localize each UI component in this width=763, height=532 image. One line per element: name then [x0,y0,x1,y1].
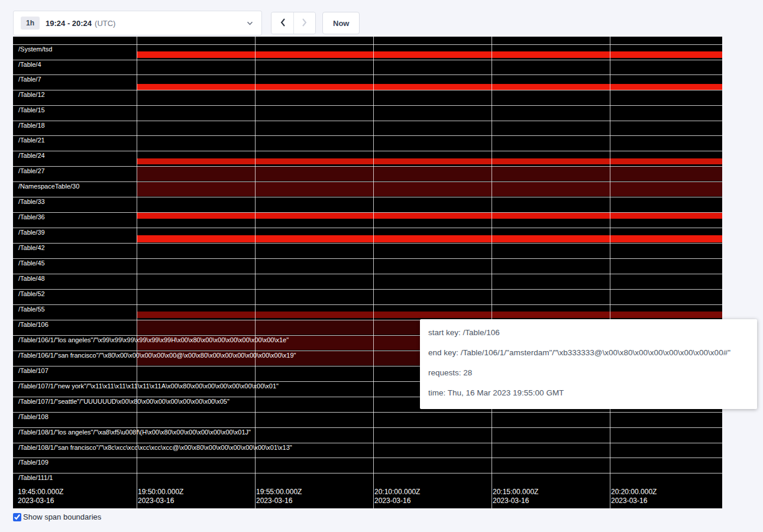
now-button[interactable]: Now [322,12,360,34]
heat-band[interactable] [137,235,722,242]
heat-band[interactable] [137,158,722,164]
span-boundary-line [13,443,722,443]
row-key-label: /Table/52 [18,290,45,298]
heat-band[interactable] [137,213,722,219]
row-key-label: /Table/111/1 [18,474,53,482]
row-key-label: /Table/21 [18,137,45,144]
row-key-label: /Table/4 [18,61,41,69]
time-range-text: 19:24 - 20:24 [46,19,92,28]
tick-date: 2023-03-16 [256,497,302,505]
tick-date: 2023-03-16 [18,497,63,505]
row-key-label: /Table/18 [18,122,45,129]
row-key-label: /Table/108/1/"san francisco"/"\x8c\xcc\x… [18,444,292,452]
row-key-label: /Table/108 [18,413,49,421]
time-gridline [137,37,137,508]
span-boundary-line [13,212,722,213]
row-key-label: /Table/12 [18,91,45,99]
row-key-label: /Table/45 [18,259,45,267]
span-boundary-line [13,60,722,60]
row-key-label: /Table/48 [18,275,45,283]
span-boundary-line [13,274,722,274]
tooltip-end-key: end key: /Table/106/1/"amsterdam"/"\xb33… [428,343,749,363]
heat-band[interactable] [137,51,722,58]
span-boundary-line [13,458,722,458]
span-boundary-line [13,243,722,244]
previous-time-window-button[interactable] [271,12,293,34]
row-key-label: /Table/7 [18,76,41,83]
span-boundary-line [13,135,722,136]
chevron-down-icon [247,21,253,25]
tick-time: 19:55:00.000Z [256,488,302,497]
span-boundary-line [13,412,722,413]
row-key-label: /Table/107/1/"seattle"/"UUUUUUD\x00\x80\… [18,398,229,406]
tick-date: 2023-03-16 [611,497,657,505]
time-gridline [255,37,256,508]
show-span-boundaries-label: Show span boundaries [23,512,101,521]
tooltip-start-key: start key: /Table/106 [428,323,749,343]
tick-date: 2023-03-16 [493,497,538,505]
row-key-label: /NamespaceTable/30 [18,183,79,190]
tick-time: 19:45:00.000Z [18,488,63,497]
span-boundary-line [13,90,722,90]
row-key-label: /Table/42 [18,244,45,252]
tick-time: 19:50:00.000Z [138,488,183,497]
row-key-label: /Table/108/1/"los angeles"/"\xa8\xf5\u00… [18,429,251,436]
span-boundary-line [13,228,722,228]
heat-band[interactable] [137,182,722,196]
tick-time: 20:10:00.000Z [374,488,420,497]
time-range-selector[interactable]: 1h 19:24 - 20:24 (UTC) [13,11,262,35]
next-time-window-button[interactable] [293,12,315,34]
heat-band[interactable] [137,84,722,90]
x-axis-tick-label: 19:55:00.000Z2023-03-16 [256,488,302,505]
tooltip-requests: requests: 28 [428,363,749,383]
x-axis-tick-label: 19:45:00.000Z2023-03-16 [18,488,63,505]
span-boundary-line [13,44,722,45]
row-key-label: /Table/107/1/"new york"/"\x11\x11\x11\x1… [18,382,279,390]
heat-band[interactable] [137,167,722,181]
span-boundary-line [13,151,722,151]
span-boundary-line [13,74,722,75]
span-boundary-line [13,105,722,106]
tick-time: 20:20:00.000Z [611,488,657,497]
span-boundary-line [13,197,722,197]
row-key-label: /Table/33 [18,198,45,206]
row-key-label: /Table/24 [18,152,45,160]
span-boundary-line [13,181,722,182]
span-boundary-line [13,427,722,428]
duration-badge: 1h [21,17,40,30]
row-key-label: /Table/109 [18,459,49,466]
x-axis-tick-label: 19:50:00.000Z2023-03-16 [138,488,183,505]
time-gridline [373,37,374,508]
span-boundary-line [13,166,722,167]
row-key-label: /Table/39 [18,229,45,236]
time-gridline [492,37,492,508]
heat-band[interactable] [137,312,722,318]
row-key-label: /Table/106 [18,321,49,329]
chevron-right-icon [302,18,308,29]
tick-date: 2023-03-16 [374,497,420,505]
chevron-left-icon [280,18,286,29]
x-axis-tick-label: 20:15:00.000Z2023-03-16 [493,488,538,505]
time-step-button-group [271,12,316,34]
x-axis-tick-label: 20:20:00.000Z2023-03-16 [611,488,657,505]
row-key-label: /Table/106/1/"los angeles"/"\x99\x99\x99… [18,336,289,344]
heatmap-tooltip: start key: /Table/106 end key: /Table/10… [420,319,757,409]
row-key-label: /Table/106/1/"san francisco"/"\x80\x00\x… [18,352,296,359]
time-gridline [610,37,610,508]
row-key-label: /Table/55 [18,306,45,313]
show-span-boundaries-checkbox[interactable] [13,513,21,521]
row-key-label: /Table/36 [18,213,45,221]
row-key-label: /Table/15 [18,106,45,114]
tooltip-time: time: Thu, 16 Mar 2023 19:55:00 GMT [428,383,749,403]
span-boundary-line [13,304,722,305]
row-key-label: /Table/107 [18,367,49,375]
span-boundary-line [13,258,722,259]
key-visualizer-heatmap[interactable]: start key: /Table/106 end key: /Table/10… [13,37,722,508]
row-key-label: /Table/27 [18,167,45,175]
span-boundary-line [13,473,722,473]
timezone-text: (UTC) [95,19,115,28]
span-boundary-line [13,121,722,121]
x-axis-tick-label: 20:10:00.000Z2023-03-16 [374,488,420,505]
show-span-boundaries-control[interactable]: Show span boundaries [13,512,101,521]
span-boundary-line [13,289,722,290]
